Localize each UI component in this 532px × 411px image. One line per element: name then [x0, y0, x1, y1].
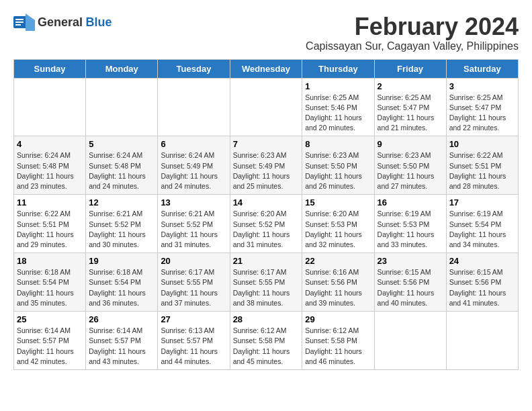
- day-number: 20: [161, 256, 226, 266]
- calendar-week-4: 25Sunrise: 6:14 AM Sunset: 5:57 PM Dayli…: [14, 312, 519, 370]
- day-number: 23: [378, 256, 443, 266]
- day-number: 27: [161, 314, 226, 324]
- day-number: 15: [305, 197, 371, 208]
- day-info: Sunrise: 6:25 AM Sunset: 5:46 PM Dayligh…: [305, 93, 371, 134]
- day-info: Sunrise: 6:14 AM Sunset: 5:57 PM Dayligh…: [17, 326, 83, 367]
- calendar-cell: 1Sunrise: 6:25 AM Sunset: 5:46 PM Daylig…: [302, 78, 374, 136]
- logo: General Blue: [13, 13, 112, 31]
- calendar-table: Sunday Monday Tuesday Wednesday Thursday…: [13, 59, 519, 370]
- header-saturday: Saturday: [446, 59, 518, 78]
- calendar-cell: 18Sunrise: 6:18 AM Sunset: 5:54 PM Dayli…: [14, 253, 86, 312]
- day-number: 26: [89, 314, 154, 324]
- day-number: 8: [305, 139, 371, 149]
- calendar-cell: 25Sunrise: 6:14 AM Sunset: 5:57 PM Dayli…: [14, 312, 86, 370]
- calendar-cell: 6Sunrise: 6:24 AM Sunset: 5:49 PM Daylig…: [158, 136, 230, 195]
- day-number: 12: [89, 197, 154, 208]
- day-number: 1: [305, 81, 371, 91]
- day-info: Sunrise: 6:13 AM Sunset: 5:57 PM Dayligh…: [161, 326, 226, 367]
- day-info: Sunrise: 6:12 AM Sunset: 5:58 PM Dayligh…: [233, 326, 300, 367]
- header-wednesday: Wednesday: [230, 59, 302, 78]
- logo-icon: [13, 13, 35, 31]
- day-info: Sunrise: 6:19 AM Sunset: 5:54 PM Dayligh…: [449, 209, 515, 250]
- calendar-cell: 27Sunrise: 6:13 AM Sunset: 5:57 PM Dayli…: [158, 312, 230, 370]
- day-info: Sunrise: 6:24 AM Sunset: 5:49 PM Dayligh…: [161, 150, 226, 191]
- calendar-cell: 10Sunrise: 6:22 AM Sunset: 5:51 PM Dayli…: [446, 136, 518, 195]
- day-number: 25: [17, 314, 83, 324]
- month-title: February 2024: [306, 13, 519, 40]
- day-number: 22: [305, 256, 371, 266]
- day-info: Sunrise: 6:25 AM Sunset: 5:47 PM Dayligh…: [378, 93, 443, 134]
- calendar-cell: 19Sunrise: 6:18 AM Sunset: 5:54 PM Dayli…: [86, 253, 158, 312]
- calendar-cell: [374, 312, 446, 370]
- day-info: Sunrise: 6:12 AM Sunset: 5:58 PM Dayligh…: [305, 326, 371, 367]
- svg-rect-4: [15, 24, 21, 26]
- day-number: 5: [89, 139, 154, 149]
- day-info: Sunrise: 6:16 AM Sunset: 5:56 PM Dayligh…: [305, 267, 371, 308]
- day-number: 16: [378, 197, 443, 208]
- header: General Blue February 2024 Capissayan Su…: [13, 13, 519, 52]
- calendar-cell: 14Sunrise: 6:20 AM Sunset: 5:52 PM Dayli…: [230, 195, 302, 253]
- logo-blue-text: Blue: [86, 15, 112, 29]
- day-info: Sunrise: 6:25 AM Sunset: 5:47 PM Dayligh…: [449, 93, 515, 134]
- page-container: General Blue February 2024 Capissayan Su…: [13, 13, 519, 370]
- day-info: Sunrise: 6:22 AM Sunset: 5:51 PM Dayligh…: [449, 150, 515, 191]
- calendar-week-2: 11Sunrise: 6:22 AM Sunset: 5:51 PM Dayli…: [14, 195, 519, 253]
- calendar-cell: 26Sunrise: 6:14 AM Sunset: 5:57 PM Dayli…: [86, 312, 158, 370]
- calendar-cell: 12Sunrise: 6:21 AM Sunset: 5:52 PM Dayli…: [86, 195, 158, 253]
- calendar-cell: 24Sunrise: 6:15 AM Sunset: 5:56 PM Dayli…: [446, 253, 518, 312]
- day-info: Sunrise: 6:20 AM Sunset: 5:52 PM Dayligh…: [233, 209, 300, 250]
- header-thursday: Thursday: [302, 59, 374, 78]
- calendar-cell: [230, 78, 302, 136]
- header-sunday: Sunday: [14, 59, 86, 78]
- svg-marker-1: [26, 13, 35, 31]
- calendar-cell: 11Sunrise: 6:22 AM Sunset: 5:51 PM Dayli…: [14, 195, 86, 253]
- calendar-header: Sunday Monday Tuesday Wednesday Thursday…: [14, 59, 519, 78]
- calendar-cell: [446, 312, 518, 370]
- day-info: Sunrise: 6:18 AM Sunset: 5:54 PM Dayligh…: [17, 267, 83, 308]
- calendar-cell: 4Sunrise: 6:24 AM Sunset: 5:48 PM Daylig…: [14, 136, 86, 195]
- calendar-cell: [86, 78, 158, 136]
- day-number: 4: [17, 139, 83, 149]
- day-info: Sunrise: 6:15 AM Sunset: 5:56 PM Dayligh…: [378, 267, 443, 308]
- day-number: 3: [449, 81, 515, 91]
- day-number: 21: [233, 256, 300, 266]
- calendar-week-0: 1Sunrise: 6:25 AM Sunset: 5:46 PM Daylig…: [14, 78, 519, 136]
- day-info: Sunrise: 6:21 AM Sunset: 5:52 PM Dayligh…: [161, 209, 226, 250]
- day-info: Sunrise: 6:19 AM Sunset: 5:53 PM Dayligh…: [378, 209, 443, 250]
- header-friday: Friday: [374, 59, 446, 78]
- calendar-cell: 16Sunrise: 6:19 AM Sunset: 5:53 PM Dayli…: [374, 195, 446, 253]
- day-number: 24: [449, 256, 515, 266]
- day-number: 18: [17, 256, 83, 266]
- day-info: Sunrise: 6:22 AM Sunset: 5:51 PM Dayligh…: [17, 209, 83, 250]
- calendar-cell: 8Sunrise: 6:23 AM Sunset: 5:50 PM Daylig…: [302, 136, 374, 195]
- day-number: 11: [17, 197, 83, 208]
- day-info: Sunrise: 6:17 AM Sunset: 5:55 PM Dayligh…: [161, 267, 226, 308]
- day-info: Sunrise: 6:24 AM Sunset: 5:48 PM Dayligh…: [17, 150, 83, 191]
- calendar-cell: 13Sunrise: 6:21 AM Sunset: 5:52 PM Dayli…: [158, 195, 230, 253]
- day-number: 29: [305, 314, 371, 324]
- day-info: Sunrise: 6:21 AM Sunset: 5:52 PM Dayligh…: [89, 209, 154, 250]
- calendar-cell: 21Sunrise: 6:17 AM Sunset: 5:55 PM Dayli…: [230, 253, 302, 312]
- calendar-cell: 29Sunrise: 6:12 AM Sunset: 5:58 PM Dayli…: [302, 312, 374, 370]
- day-info: Sunrise: 6:24 AM Sunset: 5:48 PM Dayligh…: [89, 150, 154, 191]
- day-info: Sunrise: 6:15 AM Sunset: 5:56 PM Dayligh…: [449, 267, 515, 308]
- day-number: 2: [378, 81, 443, 91]
- day-info: Sunrise: 6:17 AM Sunset: 5:55 PM Dayligh…: [233, 267, 300, 308]
- calendar-cell: 17Sunrise: 6:19 AM Sunset: 5:54 PM Dayli…: [446, 195, 518, 253]
- day-number: 17: [449, 197, 515, 208]
- header-tuesday: Tuesday: [158, 59, 230, 78]
- header-monday: Monday: [86, 59, 158, 78]
- calendar-cell: 3Sunrise: 6:25 AM Sunset: 5:47 PM Daylig…: [446, 78, 518, 136]
- calendar-week-1: 4Sunrise: 6:24 AM Sunset: 5:48 PM Daylig…: [14, 136, 519, 195]
- day-number: 19: [89, 256, 154, 266]
- calendar-cell: 9Sunrise: 6:23 AM Sunset: 5:50 PM Daylig…: [374, 136, 446, 195]
- calendar-cell: 23Sunrise: 6:15 AM Sunset: 5:56 PM Dayli…: [374, 253, 446, 312]
- header-row: Sunday Monday Tuesday Wednesday Thursday…: [14, 59, 519, 78]
- svg-rect-2: [15, 19, 24, 20]
- day-number: 14: [233, 197, 300, 208]
- day-number: 13: [161, 197, 226, 208]
- calendar-cell: 2Sunrise: 6:25 AM Sunset: 5:47 PM Daylig…: [374, 78, 446, 136]
- calendar-cell: [14, 78, 86, 136]
- calendar-cell: 20Sunrise: 6:17 AM Sunset: 5:55 PM Dayli…: [158, 253, 230, 312]
- logo-general-text: General: [38, 15, 83, 29]
